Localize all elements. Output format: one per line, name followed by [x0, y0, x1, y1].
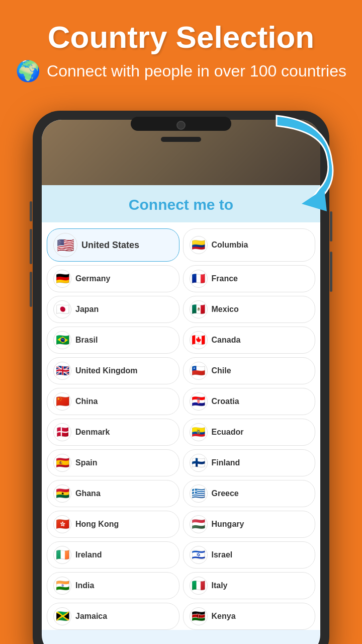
country-name-label: Brasil — [75, 336, 98, 345]
country-item-germany[interactable]: 🇩🇪Germany — [47, 265, 179, 292]
country-name-label: Italy — [212, 581, 228, 590]
flag-finland: 🇫🇮 — [190, 454, 208, 472]
country-item-france[interactable]: 🇫🇷France — [183, 265, 316, 292]
flag-japan: 🇯🇵 — [53, 300, 71, 318]
country-item-united-states[interactable]: 🇺🇸United States — [47, 228, 179, 262]
flag-france: 🇫🇷 — [190, 270, 208, 288]
country-name-label: United Kingdom — [75, 366, 138, 375]
country-item-croatia[interactable]: 🇭🇷Croatia — [183, 388, 316, 415]
power-button — [330, 211, 332, 242]
country-grid: 🇺🇸United States🇨🇴Columbia🇩🇪Germany🇫🇷Fran… — [42, 222, 320, 630]
vol-down-button — [30, 272, 32, 307]
country-item-columbia[interactable]: 🇨🇴Columbia — [183, 228, 316, 262]
country-item-jamaica[interactable]: 🇯🇲Jamaica — [47, 603, 179, 630]
country-item-ecuador[interactable]: 🇪🇨Ecuador — [183, 419, 316, 446]
flag-croatia: 🇭🇷 — [190, 392, 208, 411]
country-name-label: Mexico — [212, 305, 239, 314]
flag-ecuador: 🇪🇨 — [190, 423, 208, 441]
country-name-label: China — [75, 397, 98, 406]
country-item-canada[interactable]: 🇨🇦Canada — [183, 327, 316, 354]
subtitle-text: Connect with people in over 100 countrie… — [47, 61, 346, 82]
country-name-label: Ghana — [75, 489, 101, 498]
flag-india: 🇮🇳 — [53, 577, 71, 595]
country-item-united-kingdom[interactable]: 🇬🇧United Kingdom — [47, 357, 179, 384]
country-item-finland[interactable]: 🇫🇮Finland — [183, 449, 316, 476]
country-item-ireland[interactable]: 🇮🇪Ireland — [47, 541, 179, 569]
connect-header-text: Connect me to — [129, 196, 233, 213]
country-name-label: Croatia — [212, 397, 239, 406]
flag-italy: 🇮🇹 — [190, 577, 208, 595]
flag-united-states: 🇺🇸 — [53, 233, 77, 257]
country-name-label: Japan — [75, 305, 99, 314]
flag-germany: 🇩🇪 — [53, 270, 71, 288]
flag-israel: 🇮🇱 — [190, 546, 208, 564]
camera-lens — [176, 121, 186, 130]
flag-kenya: 🇰🇪 — [190, 607, 208, 625]
country-name-label: Israel — [212, 550, 233, 559]
svg-marker-0 — [302, 189, 327, 211]
flag-brasil: 🇧🇷 — [53, 331, 71, 349]
volume-button — [330, 252, 332, 292]
page-title: Country Selection — [15, 20, 347, 54]
country-name-label: India — [75, 581, 94, 590]
flag-greece: 🇬🇷 — [190, 485, 208, 503]
header-subtitle: 🌍 Connect with people in over 100 countr… — [15, 59, 347, 83]
flag-hungary: 🇭🇺 — [190, 515, 208, 533]
country-name-label: United States — [81, 240, 139, 251]
country-name-label: Finland — [212, 458, 240, 467]
country-item-kenya[interactable]: 🇰🇪Kenya — [183, 603, 316, 630]
flag-mexico: 🇲🇽 — [190, 300, 208, 318]
flag-ireland: 🇮🇪 — [53, 546, 71, 564]
country-item-ghana[interactable]: 🇬🇭Ghana — [47, 480, 179, 507]
country-item-india[interactable]: 🇮🇳India — [47, 572, 179, 599]
country-item-mexico[interactable]: 🇲🇽Mexico — [183, 296, 316, 323]
flag-ghana: 🇬🇭 — [53, 485, 71, 503]
globe-icon: 🌍 — [16, 59, 41, 83]
country-item-japan[interactable]: 🇯🇵Japan — [47, 296, 179, 323]
country-name-label: Germany — [75, 274, 110, 283]
country-item-spain[interactable]: 🇪🇸Spain — [47, 449, 179, 476]
flag-united-kingdom: 🇬🇧 — [53, 362, 71, 380]
country-item-greece[interactable]: 🇬🇷Greece — [183, 480, 316, 507]
flag-chile: 🇨🇱 — [190, 362, 208, 380]
country-name-label: Kenya — [212, 612, 236, 621]
country-name-label: Chile — [212, 366, 231, 375]
arrow-graphic — [266, 111, 347, 211]
mute-button — [30, 201, 32, 221]
flag-jamaica: 🇯🇲 — [53, 607, 71, 625]
country-item-chile[interactable]: 🇨🇱Chile — [183, 357, 316, 384]
flag-china: 🇨🇳 — [53, 392, 71, 411]
country-name-label: Canada — [212, 336, 241, 345]
speaker-grille — [161, 137, 201, 142]
country-name-label: Columbia — [212, 240, 248, 250]
country-name-label: Spain — [75, 458, 98, 467]
flag-canada: 🇨🇦 — [190, 331, 208, 349]
country-item-italy[interactable]: 🇮🇹Italy — [183, 572, 316, 599]
country-name-label: Greece — [212, 489, 239, 498]
country-name-label: Ecuador — [212, 428, 244, 437]
country-name-label: Hungary — [212, 520, 244, 529]
country-name-label: France — [212, 274, 238, 283]
flag-spain: 🇪🇸 — [53, 454, 71, 472]
flag-denmark: 🇩🇰 — [53, 423, 71, 441]
page-header: Country Selection 🌍 Connect with people … — [0, 0, 362, 93]
flag-hong-kong: 🇭🇰 — [53, 515, 71, 533]
country-item-denmark[interactable]: 🇩🇰Denmark — [47, 419, 179, 446]
country-item-israel[interactable]: 🇮🇱Israel — [183, 541, 316, 569]
country-name-label: Jamaica — [75, 612, 107, 621]
country-name-label: Hong Kong — [75, 520, 119, 529]
country-name-label: Denmark — [75, 428, 110, 437]
country-item-china[interactable]: 🇨🇳China — [47, 388, 179, 415]
country-item-hungary[interactable]: 🇭🇺Hungary — [183, 511, 316, 538]
country-name-label: Ireland — [75, 550, 102, 559]
country-item-brasil[interactable]: 🇧🇷Brasil — [47, 327, 179, 354]
vol-up-button — [30, 229, 32, 264]
flag-columbia: 🇨🇴 — [190, 236, 208, 254]
country-item-hong-kong[interactable]: 🇭🇰Hong Kong — [47, 511, 179, 538]
